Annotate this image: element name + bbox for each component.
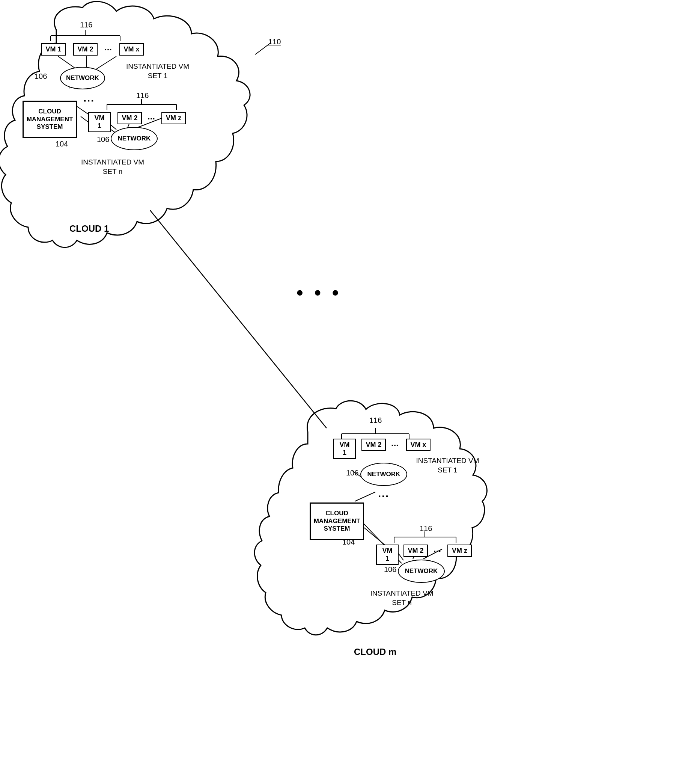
cm-s1-network: NETWORK [360,463,407,486]
cm-s1-vmx: VM x [406,439,430,451]
c1-s1-network: NETWORK [60,67,105,90]
c1-cms: CLOUDMANAGEMENTSYSTEM [22,101,77,138]
svg-line-18 [150,210,326,428]
ref-116-c1sn: 116 [136,91,149,100]
c1-s1-vmx: VM x [119,43,144,55]
c1-s1-dots: ··· [104,44,112,55]
cloud1-label: CLOUD 1 [69,224,109,234]
c1-vertical-dots: ⋮ [83,96,95,107]
cm-vertical-dots: ⋮ [377,491,389,502]
between-clouds-dots: • • • [297,282,342,304]
svg-line-14 [96,56,116,69]
ref-106-c1s1: 106 [35,72,47,81]
cm-sn-label: INSTANTIATED VMSET n [367,589,436,607]
c1-s1-vm2: VM 2 [73,43,97,55]
ref-104-c1: 104 [55,140,68,148]
ref-106-c1sn: 106 [97,135,109,144]
svg-line-0 [255,43,270,55]
c1-sn-vmz: VM z [162,112,186,124]
ref-116-cms1: 116 [369,416,382,425]
cm-s1-label: INSTANTIATED VMSET 1 [413,456,482,475]
svg-line-27 [355,492,375,501]
c1-sn-label: INSTANTIATED VMSET n [79,158,146,176]
ref-110: 110 [268,38,281,46]
ref-104-cm: 104 [342,538,355,546]
c1-sn-network: NETWORK [111,127,158,150]
cm-sn-network: NETWORK [398,560,445,583]
ref-106-cmsn: 106 [384,565,396,574]
cm-s1-vm1: VM 1 [333,439,356,459]
svg-line-29 [364,528,387,546]
c1-sn-vm1: VM 1 [88,112,111,132]
cm-cms: CLOUDMANAGEMENTSYSTEM [310,502,364,540]
cloudm-label: CLOUD m [354,647,396,657]
cm-sn-dots: ··· [433,546,441,557]
c1-s1-vm1: VM 1 [41,43,66,55]
cm-sn-vm2: VM 2 [403,545,428,557]
diagram-container: 110 116 VM 1 VM 2 ··· VM x INSTANTIATED … [0,0,700,765]
c1-sn-vm2: VM 2 [118,112,142,124]
cm-sn-vm1: VM 1 [376,545,399,565]
c1-sn-dots: ··· [148,113,155,124]
ref-106-cms1: 106 [346,469,358,477]
cm-sn-vmz: VM z [447,545,472,557]
c1-s1-label: INSTANTIATED VMSET 1 [124,62,191,80]
ref-116-c1s1: 116 [80,20,92,29]
cm-s1-vm2: VM 2 [361,439,386,451]
cm-s1-dots: ··· [391,440,399,451]
ref-116-cmsn: 116 [420,524,432,533]
